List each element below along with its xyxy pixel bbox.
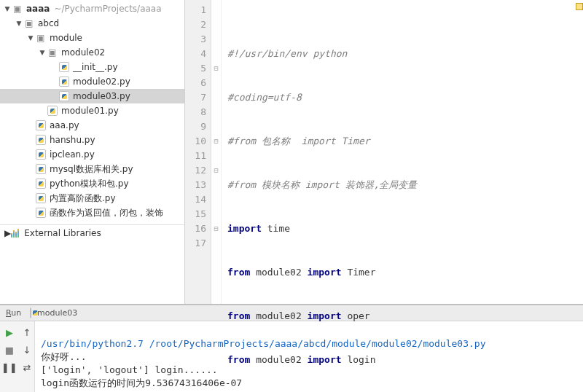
- code-text: import: [227, 223, 262, 234]
- tree-label: 内置高阶函数.py: [50, 192, 116, 205]
- console-line: 你好呀...: [41, 351, 86, 362]
- tree-label: External Libraries: [24, 228, 101, 238]
- python-file-icon: [58, 61, 70, 73]
- tree-label: aaa.py: [50, 120, 79, 130]
- tree-root[interactable]: ▼ ▣ aaaa ~/PycharmProjects/aaaa: [0, 1, 184, 16]
- folder-icon: ▣: [23, 17, 35, 29]
- code-area[interactable]: #!/usr/bin/env python #coding=utf-8 #fro…: [222, 0, 583, 304]
- console-line: login函数运行的时间为9.53674316406e-07: [41, 377, 242, 388]
- rerun-button[interactable]: ▶: [1, 324, 17, 340]
- tree-folder-abcd[interactable]: ▼ ▣ abcd: [0, 16, 184, 31]
- folder-icon: ▣: [12, 3, 23, 15]
- tree-label: module02: [61, 47, 105, 58]
- tree-label: module01.py: [61, 106, 119, 116]
- run-config-name: module03: [37, 308, 77, 318]
- tree-label: 函数作为返回值，闭包，装饰: [50, 207, 163, 219]
- code-text: #!/usr/bin/env python: [227, 48, 347, 59]
- tree-label: python模块和包.py: [50, 178, 129, 190]
- stop-button[interactable]: ■: [1, 342, 17, 358]
- python-file-icon: [35, 192, 47, 204]
- tree-path: ~/PycharmProjects/aaaa: [54, 4, 161, 14]
- scroll-up-button[interactable]: ↑: [19, 324, 35, 340]
- code-text: #from 模块名称 import 装饰器,全局变量: [227, 179, 417, 190]
- chevron-right-icon: ▶: [4, 228, 11, 238]
- tree-file-mysql[interactable]: mysql数据库相关.py: [0, 162, 184, 176]
- line-number-gutter: 1234567891011121314151617: [185, 0, 211, 304]
- tree-label: hanshu.py: [50, 135, 95, 145]
- pause-button[interactable]: ❚❚: [1, 359, 17, 375]
- tree-label: module: [50, 33, 82, 43]
- python-file-icon: [35, 163, 47, 175]
- tree-file-ipclean[interactable]: ipclean.py: [0, 147, 184, 162]
- chevron-down-icon: ▼: [38, 48, 47, 57]
- code-text: from: [227, 267, 250, 278]
- scroll-down-button[interactable]: ↓: [19, 342, 35, 358]
- project-tree[interactable]: ▼ ▣ aaaa ~/PycharmProjects/aaaa ▼ ▣ abcd…: [0, 0, 185, 304]
- tree-file-aaa[interactable]: aaa.py: [0, 118, 184, 133]
- external-libraries[interactable]: ▶ External Libraries: [0, 224, 184, 240]
- tree-file-module01[interactable]: module01.py: [0, 103, 184, 118]
- python-file-icon: [35, 149, 47, 160]
- chevron-down-icon: ▼: [15, 19, 23, 28]
- python-file-icon: [35, 134, 47, 146]
- code-text: #from 包名称 import Timer: [227, 136, 370, 146]
- python-file-icon: [47, 105, 58, 117]
- code-editor[interactable]: 1234567891011121314151617 ⊟⊟⊟⊟ #!/usr/bi…: [185, 0, 583, 304]
- python-file-icon: [35, 119, 47, 131]
- tree-label: __init__.py: [73, 62, 118, 72]
- python-file-icon: [27, 308, 34, 318]
- tree-file-hanshu2[interactable]: 函数作为返回值，闭包，装饰: [0, 205, 184, 220]
- code-text: #coding=utf-8: [227, 92, 302, 103]
- console-line: ['login', 'logout'] login......: [41, 364, 218, 375]
- tree-label: abcd: [38, 18, 59, 28]
- python-file-icon: [35, 178, 47, 189]
- tree-file-module02[interactable]: module02.py: [0, 74, 184, 89]
- folder-icon: ▣: [47, 47, 58, 58]
- folder-icon: ▣: [35, 32, 47, 44]
- library-icon: [11, 229, 21, 238]
- soft-wrap-button[interactable]: ⇄: [19, 359, 35, 375]
- tree-folder-module[interactable]: ▼ ▣ module: [0, 31, 184, 45]
- code-text: time: [262, 223, 290, 234]
- chevron-down-icon: ▼: [3, 4, 12, 13]
- tree-folder-module02[interactable]: ▼ ▣ module02: [0, 45, 184, 60]
- run-toolbar: ▶ ↑ ■ ↓ ❚❚ ⇄: [0, 321, 35, 392]
- tree-file-module03[interactable]: module03.py: [0, 89, 184, 103]
- run-label: Run: [6, 308, 21, 318]
- chevron-down-icon: ▼: [26, 34, 35, 42]
- python-file-icon: [35, 207, 47, 219]
- tree-file-pythonmod[interactable]: python模块和包.py: [0, 176, 184, 191]
- tree-label: mysql数据库相关.py: [50, 163, 133, 176]
- error-stripe[interactable]: [576, 3, 583, 10]
- python-file-icon: [58, 90, 70, 102]
- tree-label: module03.py: [73, 91, 130, 101]
- tree-label: ipclean.py: [50, 149, 95, 160]
- tree-label: aaaa: [26, 4, 50, 14]
- tree-label: module02.py: [73, 77, 130, 87]
- tree-file-hanshu[interactable]: hanshu.py: [0, 133, 184, 147]
- python-file-icon: [58, 76, 70, 87]
- tree-file-neizhi[interactable]: 内置高阶函数.py: [0, 191, 184, 205]
- tree-file-init[interactable]: __init__.py: [0, 60, 184, 74]
- fold-gutter[interactable]: ⊟⊟⊟⊟: [211, 0, 222, 304]
